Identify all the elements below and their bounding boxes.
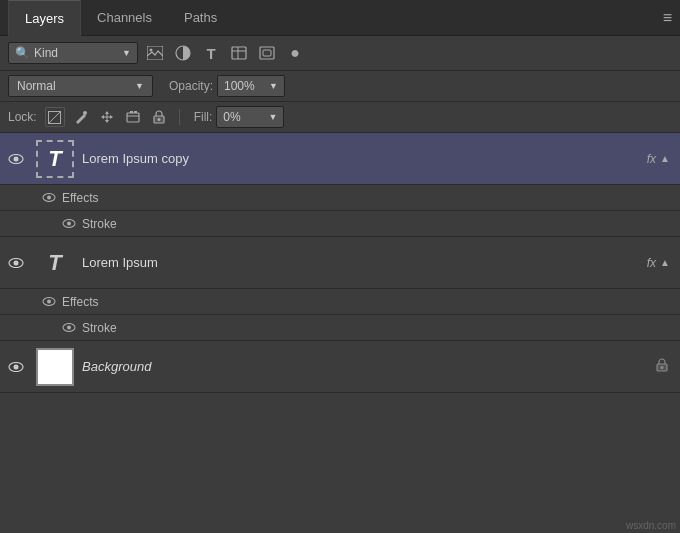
opacity-value: 100% <box>224 79 255 93</box>
blend-bar: Normal ▼ Opacity: 100% ▼ <box>0 71 680 102</box>
layer-thumbnail <box>36 348 74 386</box>
opacity-label: Opacity: <box>169 79 213 93</box>
lock-label: Lock: <box>8 110 37 124</box>
layer-thumbnail: T <box>36 140 74 178</box>
svg-rect-11 <box>127 113 139 122</box>
fill-chevron-icon: ▼ <box>268 112 277 122</box>
svg-point-18 <box>14 156 19 161</box>
lock-transparent-button[interactable] <box>45 107 65 127</box>
panel: Layers Channels Paths ≡ 🔍 Kind ▼ <box>0 0 680 533</box>
opacity-control: Opacity: 100% ▼ <box>169 75 285 97</box>
svg-point-22 <box>67 222 71 226</box>
chevron-down-icon: ▼ <box>122 48 131 58</box>
svg-rect-6 <box>260 47 274 59</box>
sub-visibility-toggle[interactable] <box>60 319 78 337</box>
layer-name: Background <box>82 359 656 374</box>
svg-rect-3 <box>232 47 246 59</box>
filter-smart-icon[interactable] <box>256 42 278 64</box>
lock-position-button[interactable] <box>97 107 117 127</box>
svg-point-1 <box>150 49 153 52</box>
sub-visibility-toggle[interactable] <box>40 189 58 207</box>
layer-row[interactable]: T Lorem Ipsum copy fx ▲ <box>0 133 680 185</box>
filter-text-icon[interactable]: T <box>200 42 222 64</box>
sub-row: Stroke <box>0 211 680 237</box>
svg-point-16 <box>157 118 160 121</box>
tab-paths[interactable]: Paths <box>168 0 233 36</box>
lock-image-button[interactable] <box>71 107 91 127</box>
layer-name: Lorem Ipsum copy <box>82 151 647 166</box>
kind-label: Kind <box>34 46 58 60</box>
filter-adjustment-icon[interactable] <box>172 42 194 64</box>
svg-rect-14 <box>134 111 137 113</box>
layer-locked-icon <box>656 358 668 375</box>
sub-visibility-toggle[interactable] <box>40 293 58 311</box>
lock-artboard-button[interactable] <box>123 107 143 127</box>
panel-menu-button[interactable]: ≡ <box>663 9 672 27</box>
sub-visibility-toggle[interactable] <box>60 215 78 233</box>
lock-separator <box>179 109 180 125</box>
sub-row: Effects <box>0 289 680 315</box>
lock-all-button[interactable] <box>149 107 169 127</box>
sub-row: Stroke <box>0 315 680 341</box>
svg-point-20 <box>47 196 51 200</box>
layer-row[interactable]: Background <box>0 341 680 393</box>
blend-mode-label: Normal <box>17 79 56 93</box>
svg-point-24 <box>14 260 19 265</box>
fill-value: 0% <box>223 110 240 124</box>
sub-row: Effects <box>0 185 680 211</box>
filter-pixel-icon[interactable]: ● <box>284 42 306 64</box>
watermark: wsxdn.com <box>626 520 676 531</box>
filter-bar: 🔍 Kind ▼ T <box>0 36 680 71</box>
filter-icons: T ● <box>144 42 306 64</box>
svg-rect-13 <box>130 111 133 113</box>
tab-bar: Layers Channels Paths ≡ <box>0 0 680 36</box>
sub-item-label: Effects <box>62 191 98 205</box>
blend-chevron-icon: ▼ <box>135 81 144 91</box>
visibility-toggle[interactable] <box>4 147 28 171</box>
layer-expand-button[interactable]: ▲ <box>660 257 670 268</box>
filter-shape-icon[interactable] <box>228 42 250 64</box>
svg-point-30 <box>14 364 19 369</box>
layer-fx-label: fx <box>647 152 656 166</box>
sub-item-label: Stroke <box>82 321 117 335</box>
blend-mode-dropdown[interactable]: Normal ▼ <box>8 75 153 97</box>
filter-image-icon[interactable] <box>144 42 166 64</box>
svg-point-32 <box>661 366 664 369</box>
tab-channels[interactable]: Channels <box>81 0 168 36</box>
layer-fx-label: fx <box>647 256 656 270</box>
tab-layers[interactable]: Layers <box>8 0 81 36</box>
sub-item-label: Effects <box>62 295 98 309</box>
opacity-chevron-icon: ▼ <box>269 81 278 91</box>
fill-control: Fill: 0% ▼ <box>194 106 285 128</box>
svg-point-10 <box>83 111 87 115</box>
svg-line-9 <box>48 111 61 124</box>
search-icon: 🔍 <box>15 46 30 60</box>
visibility-toggle[interactable] <box>4 355 28 379</box>
svg-point-26 <box>47 300 51 304</box>
layer-expand-button[interactable]: ▲ <box>660 153 670 164</box>
layer-name: Lorem Ipsum <box>82 255 647 270</box>
visibility-toggle[interactable] <box>4 251 28 275</box>
lock-bar: Lock: <box>0 102 680 133</box>
svg-rect-7 <box>263 50 271 56</box>
fill-label: Fill: <box>194 110 213 124</box>
layers-list: T Lorem Ipsum copy fx ▲ Effects <box>0 133 680 533</box>
svg-point-28 <box>67 326 71 330</box>
kind-dropdown[interactable]: 🔍 Kind ▼ <box>8 42 138 64</box>
layer-row[interactable]: T Lorem Ipsum fx ▲ <box>0 237 680 289</box>
fill-dropdown[interactable]: 0% ▼ <box>216 106 284 128</box>
opacity-dropdown[interactable]: 100% ▼ <box>217 75 285 97</box>
sub-item-label: Stroke <box>82 217 117 231</box>
layer-thumbnail: T <box>36 244 74 282</box>
